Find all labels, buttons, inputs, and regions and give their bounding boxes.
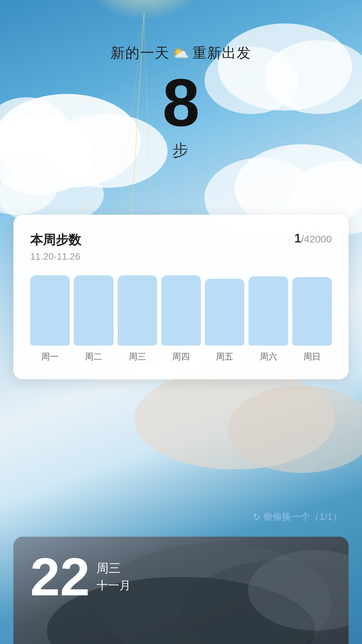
step-unit-label: 步 bbox=[172, 140, 190, 161]
weekly-steps-card-container: 本周步数 1/42000 11.20-11.26 周一周二周三周四周五周六周日 bbox=[13, 215, 349, 379]
refresh-hint[interactable]: ↻ 偷偷换一个（1/1） bbox=[253, 511, 342, 523]
bar bbox=[292, 277, 332, 345]
top-content-area: 新的一天 ⛅ 重新出发 8 步 bbox=[0, 0, 362, 161]
bar bbox=[30, 275, 70, 345]
bar bbox=[248, 276, 288, 345]
bar-day-label: 周三 bbox=[129, 351, 146, 363]
current-steps: 1 bbox=[294, 231, 301, 245]
bar bbox=[205, 279, 244, 346]
step-count-display: 8 bbox=[162, 69, 199, 136]
refresh-icon: ↻ bbox=[253, 512, 260, 523]
bottom-date-card: 22 周三 十一月 bbox=[13, 537, 349, 644]
bar-day-label: 周五 bbox=[216, 351, 233, 363]
bar-group: 周二 bbox=[74, 275, 113, 363]
bottom-day-info: 周三 十一月 bbox=[97, 550, 131, 593]
bar-day-label: 周四 bbox=[172, 351, 190, 363]
bar-day-label: 周六 bbox=[260, 351, 277, 363]
bar-group: 周一 bbox=[30, 275, 70, 363]
total-steps: /42000 bbox=[301, 233, 332, 245]
bar-group: 周四 bbox=[161, 275, 201, 363]
bottom-month: 十一月 bbox=[97, 578, 131, 593]
bottom-date-area: 22 周三 十一月 bbox=[30, 550, 131, 604]
bar bbox=[161, 275, 201, 345]
bar-day-label: 周日 bbox=[303, 351, 321, 363]
weekly-steps-card: 本周步数 1/42000 11.20-11.26 周一周二周三周四周五周六周日 bbox=[13, 215, 349, 379]
card-step-count: 1/42000 bbox=[294, 231, 332, 246]
card-header: 本周步数 1/42000 bbox=[30, 231, 332, 249]
tagline-prefix: 新的一天 bbox=[111, 44, 170, 62]
bar-chart: 周一周二周三周四周五周六周日 bbox=[30, 275, 332, 363]
cloud-emoji: ⛅ bbox=[172, 45, 190, 61]
bar-group: 周五 bbox=[205, 275, 244, 363]
card-title: 本周步数 bbox=[30, 231, 81, 249]
bar-group: 周日 bbox=[292, 275, 332, 363]
card-date-range: 11.20-11.26 bbox=[30, 251, 332, 262]
tagline-suffix: 重新出发 bbox=[192, 44, 251, 62]
bar-day-label: 周二 bbox=[85, 351, 102, 363]
bar bbox=[74, 275, 113, 345]
bottom-day-number: 22 bbox=[30, 550, 90, 604]
bar-group: 周六 bbox=[248, 275, 288, 363]
refresh-label: 偷偷换一个（1/1） bbox=[263, 511, 342, 523]
bar-group: 周三 bbox=[118, 275, 157, 363]
bottom-weekday: 周三 bbox=[97, 560, 131, 577]
bar-day-label: 周一 bbox=[41, 351, 59, 363]
bar bbox=[118, 275, 157, 345]
tagline: 新的一天 ⛅ 重新出发 bbox=[111, 44, 251, 62]
